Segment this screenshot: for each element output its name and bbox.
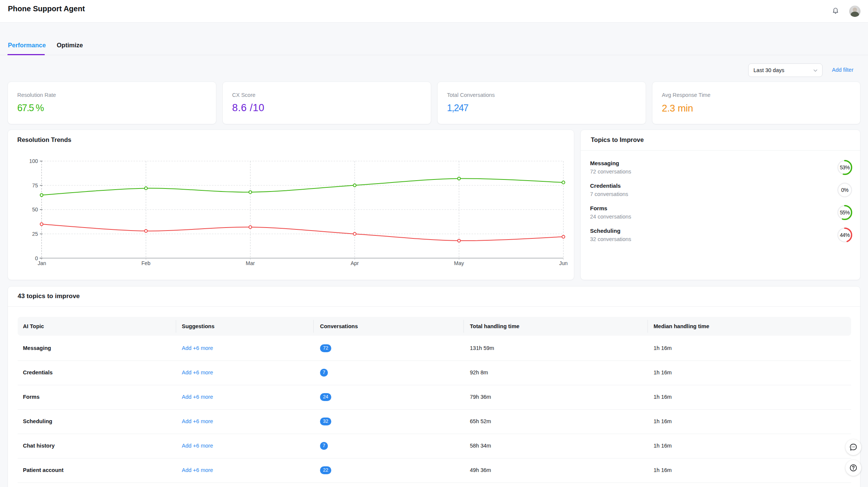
svg-text:44%: 44%: [840, 232, 850, 238]
svg-text:0%: 0%: [841, 187, 848, 193]
svg-text:Mar: Mar: [246, 260, 255, 266]
svg-text:100: 100: [29, 158, 38, 164]
svg-text:50: 50: [32, 207, 38, 213]
svg-text:Jan: Jan: [38, 260, 46, 266]
svg-text:Jun: Jun: [559, 260, 568, 266]
svg-text:May: May: [454, 260, 464, 266]
svg-text:53%: 53%: [840, 164, 850, 170]
svg-text:Feb: Feb: [142, 260, 151, 266]
svg-text:25: 25: [32, 231, 38, 237]
svg-text:55%: 55%: [840, 210, 850, 216]
svg-text:75: 75: [32, 182, 38, 188]
svg-text:Apr: Apr: [350, 260, 359, 266]
